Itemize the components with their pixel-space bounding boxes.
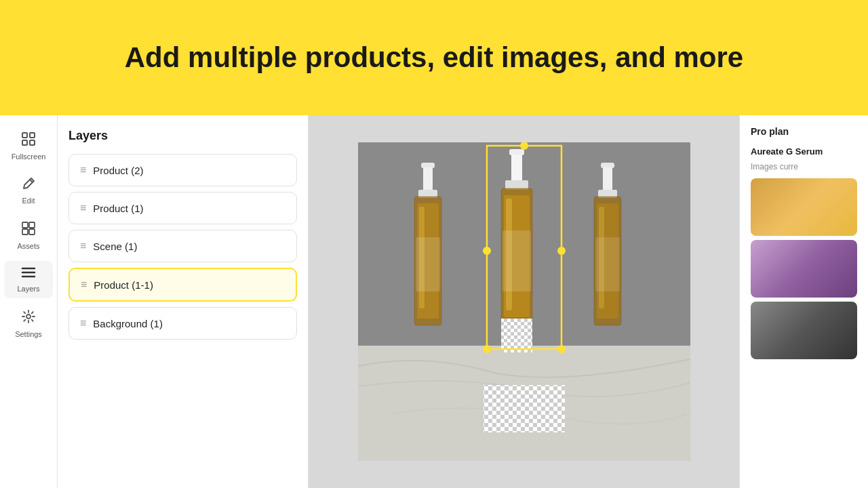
sidebar-label-assets: Assets <box>17 242 39 250</box>
svg-rect-5 <box>29 222 35 228</box>
fullscreen-icon <box>21 131 36 150</box>
canvas-svg <box>358 142 690 461</box>
drag-icon-background1: ≡ <box>80 317 86 329</box>
svg-point-44 <box>557 345 566 353</box>
images-label: Images curre <box>751 162 857 171</box>
layers-panel-title: Layers <box>68 129 297 143</box>
canvas-area[interactable] <box>309 115 739 488</box>
svg-rect-7 <box>29 229 35 235</box>
editor-container: Fullscreen Edit Assets <box>0 115 868 488</box>
assets-icon <box>21 221 36 239</box>
svg-rect-31 <box>501 319 532 352</box>
layer-list: ≡ Product (2) ≡ Product (1) ≡ Scene (1) … <box>68 154 297 340</box>
svg-rect-22 <box>511 155 522 182</box>
layers-panel: Layers ≡ Product (2) ≡ Product (1) ≡ Sce… <box>58 115 309 488</box>
layer-name-product1: Product (1) <box>93 203 143 214</box>
svg-rect-4 <box>22 222 28 228</box>
drag-icon-scene1: ≡ <box>80 240 86 252</box>
sidebar-item-assets[interactable]: Assets <box>4 216 53 256</box>
layer-name-product1-1: Product (1-1) <box>94 279 153 291</box>
sidebar-item-edit[interactable]: Edit <box>4 171 53 210</box>
drag-icon-product2: ≡ <box>80 164 86 176</box>
layer-item-background1[interactable]: ≡ Background (1) <box>68 307 297 340</box>
svg-rect-2 <box>22 140 27 145</box>
thumbnail-2[interactable] <box>751 240 857 298</box>
svg-rect-33 <box>603 167 612 191</box>
hero-title: Add multiple products, edit images, and … <box>125 41 743 74</box>
svg-rect-15 <box>423 167 433 191</box>
layers-icon <box>21 266 36 282</box>
svg-rect-38 <box>595 237 620 291</box>
svg-rect-48 <box>484 385 565 432</box>
canvas-image <box>358 142 690 461</box>
thumbnail-list <box>751 178 857 359</box>
sidebar-label-fullscreen: Fullscreen <box>12 152 46 161</box>
drag-icon-product1-1: ≡ <box>81 279 87 291</box>
drag-icon-product1: ≡ <box>80 202 86 214</box>
sidebar-item-fullscreen[interactable]: Fullscreen <box>4 126 53 166</box>
svg-point-41 <box>483 247 491 255</box>
sidebar-label-edit: Edit <box>22 197 35 205</box>
product-title: Aureate G Serum <box>751 146 857 158</box>
svg-point-43 <box>483 345 491 353</box>
svg-rect-6 <box>22 229 28 235</box>
thumbnail-1[interactable] <box>751 178 857 236</box>
edit-icon <box>22 177 35 194</box>
layer-name-scene1: Scene (1) <box>93 241 137 252</box>
layer-item-product2[interactable]: ≡ Product (2) <box>68 154 297 186</box>
right-panel: Pro plan Aureate G Serum Images curre <box>739 115 868 488</box>
sidebar: Fullscreen Edit Assets <box>0 115 58 488</box>
svg-rect-0 <box>22 133 27 138</box>
svg-rect-27 <box>502 230 531 291</box>
sidebar-item-layers[interactable]: Layers <box>4 261 53 298</box>
hero-banner: Add multiple products, edit images, and … <box>0 0 868 115</box>
layer-item-product1-1[interactable]: ≡ Product (1-1) <box>68 268 297 302</box>
svg-point-11 <box>26 314 31 319</box>
svg-rect-21 <box>509 149 524 155</box>
settings-icon <box>21 309 36 327</box>
svg-rect-3 <box>30 140 35 145</box>
sidebar-label-settings: Settings <box>15 330 42 338</box>
layer-item-scene1[interactable]: ≡ Scene (1) <box>68 230 297 262</box>
layer-name-product2: Product (2) <box>93 165 143 176</box>
svg-rect-1 <box>30 133 35 138</box>
layer-name-background1: Background (1) <box>93 318 163 329</box>
layer-item-product1[interactable]: ≡ Product (1) <box>68 192 297 224</box>
sidebar-item-settings[interactable]: Settings <box>4 304 53 344</box>
pro-plan-badge: Pro plan <box>751 126 857 137</box>
svg-rect-32 <box>601 163 614 168</box>
svg-rect-20 <box>416 237 440 291</box>
svg-rect-14 <box>421 163 435 168</box>
sidebar-label-layers: Layers <box>17 285 39 293</box>
svg-point-42 <box>557 247 566 255</box>
thumbnail-3[interactable] <box>751 302 857 359</box>
